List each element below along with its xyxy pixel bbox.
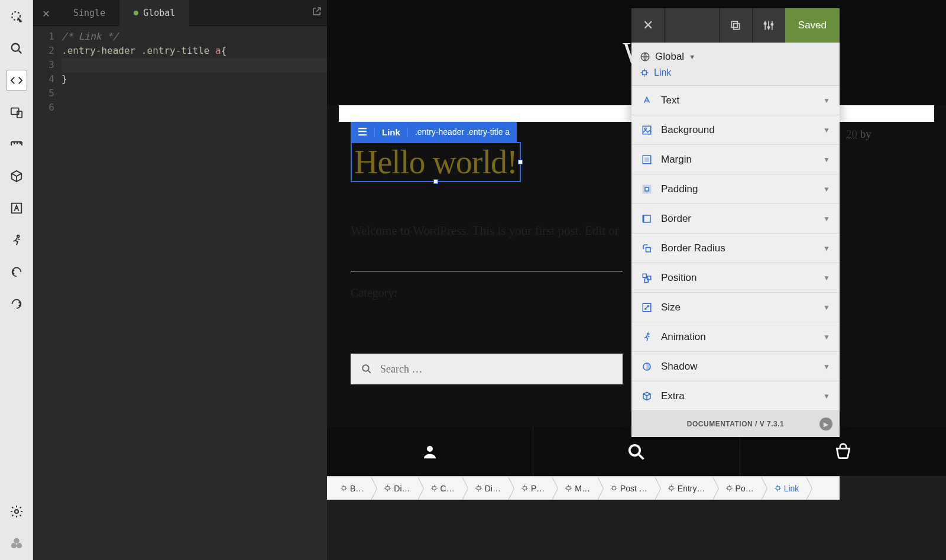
inspector-section-text[interactable]: Text▼	[631, 86, 840, 115]
svg-point-10	[14, 538, 19, 543]
inspector-section-radius[interactable]: Border Radius▼	[631, 234, 840, 263]
svg-rect-85	[645, 187, 649, 191]
target-small-icon	[640, 68, 649, 77]
detach-icon[interactable]	[312, 6, 322, 17]
inspector-section-shadow[interactable]: Shadow▼	[631, 352, 840, 381]
section-label: Size	[661, 302, 681, 313]
section-label: Animation	[661, 331, 706, 343]
radius-icon	[641, 243, 653, 254]
breadcrumb-item[interactable]: C…	[417, 477, 462, 500]
svg-rect-88	[646, 247, 651, 252]
editor-body[interactable]: 123456 /* Link */.entry-header .entry-ti…	[33, 26, 327, 115]
redo-icon[interactable]	[6, 293, 27, 315]
animation-icon	[641, 332, 653, 342]
category-link[interactable]: Uncategorized	[400, 286, 473, 299]
footer-user-icon[interactable]	[327, 427, 533, 476]
background-icon	[641, 125, 653, 135]
breadcrumb-item[interactable]: Di…	[462, 477, 508, 500]
size-icon	[641, 302, 653, 313]
text-icon	[641, 95, 653, 106]
border-icon	[641, 213, 653, 224]
search-icon[interactable]	[6, 38, 27, 59]
undo-icon[interactable]	[6, 261, 27, 283]
scope-global-row[interactable]: Global ▼	[640, 48, 831, 65]
extra-icon	[641, 391, 653, 402]
svg-rect-16	[342, 487, 345, 490]
tab-single[interactable]: Single	[59, 0, 119, 26]
svg-point-73	[771, 24, 773, 25]
breadcrumb-item[interactable]: P…	[508, 477, 552, 500]
close-inspector-button[interactable]: ✕	[631, 8, 665, 43]
svg-rect-89	[643, 274, 646, 277]
section-label: Text	[661, 95, 679, 106]
post-date-fragment[interactable]: 20	[846, 128, 857, 140]
search-box[interactable]	[351, 354, 623, 384]
saved-button[interactable]: Saved	[785, 8, 840, 43]
section-label: Border	[661, 213, 691, 225]
chevron-down-icon: ▼	[823, 185, 830, 193]
inspector-toolbar: ✕ Saved	[631, 8, 840, 43]
resize-handle-right[interactable]	[518, 160, 523, 164]
modules-icon[interactable]	[6, 533, 27, 554]
sliders-icon[interactable]	[752, 8, 785, 43]
post-headline-link[interactable]: Hello world!	[352, 143, 520, 181]
svg-point-14	[630, 445, 640, 455]
ruler-icon[interactable]	[6, 134, 27, 155]
devices-icon[interactable]	[6, 102, 27, 123]
section-label: Padding	[661, 183, 698, 195]
inspector-section-padding[interactable]: Padding▼	[631, 174, 840, 204]
inspector-scope: Global ▼ Link	[631, 43, 840, 86]
svg-point-81	[644, 128, 646, 130]
chevron-down-icon: ▼	[823, 244, 830, 253]
svg-rect-66	[734, 24, 740, 30]
inspector-section-border[interactable]: Border▼	[631, 204, 840, 234]
svg-point-93	[647, 333, 649, 335]
breadcrumb-item[interactable]: Di…	[371, 477, 417, 500]
cube-icon[interactable]	[6, 166, 27, 187]
chevron-down-icon: ▼	[823, 274, 830, 282]
inspector-section-list: Text▼Background▼Margin▼Padding▼Border▼Bo…	[631, 86, 840, 411]
svg-point-6	[17, 235, 19, 238]
code-icon[interactable]	[6, 70, 27, 91]
breadcrumb-item[interactable]: Entry…	[655, 477, 712, 500]
scope-element-row[interactable]: Link	[640, 65, 831, 83]
chevron-down-icon: ▼	[823, 126, 830, 134]
svg-rect-83	[645, 158, 649, 161]
globe-icon	[640, 51, 650, 62]
inspector-section-size[interactable]: Size▼	[631, 293, 840, 322]
inspector-section-position[interactable]: Position▼	[631, 263, 840, 293]
close-editor-button[interactable]: ✕	[33, 6, 59, 20]
editor-tab-bar: ✕ Single Global	[33, 0, 327, 26]
svg-point-72	[768, 27, 770, 28]
target-icon[interactable]	[6, 6, 27, 27]
breadcrumb-item[interactable]: M…	[552, 477, 597, 500]
breadcrumb-item[interactable]: Post …	[597, 477, 655, 500]
breadcrumb-item[interactable]: Link	[761, 477, 806, 500]
copy-style-icon[interactable]	[719, 8, 752, 43]
search-icon	[361, 364, 372, 374]
animation-runner-icon[interactable]	[6, 229, 27, 251]
code-content[interactable]: /* Link */.entry-header .entry-title a{ …	[61, 30, 327, 115]
section-label: Position	[661, 272, 696, 284]
post-category: Category: Uncategorized	[351, 286, 473, 300]
hamburger-icon[interactable]: ☰	[351, 125, 374, 138]
inspector-section-margin[interactable]: Margin▼	[631, 145, 840, 174]
tab-global[interactable]: Global	[119, 0, 189, 26]
padding-icon	[641, 184, 653, 195]
breadcrumb-item[interactable]: Po…	[712, 477, 761, 500]
resize-handle-bottom[interactable]	[433, 179, 438, 184]
settings-icon[interactable]	[6, 501, 27, 522]
font-box-icon[interactable]	[6, 198, 27, 219]
search-input[interactable]	[380, 363, 612, 376]
svg-point-8	[11, 543, 16, 548]
play-icon[interactable]: ▶	[819, 417, 832, 430]
svg-rect-56	[727, 487, 730, 490]
breadcrumb-item[interactable]: B…	[327, 477, 371, 500]
selected-element-outline[interactable]: Hello world!	[351, 142, 521, 182]
selection-label[interactable]: ☰ Link .entry-header .entry-title a	[351, 122, 517, 142]
svg-point-7	[15, 510, 18, 513]
inspector-section-background[interactable]: Background▼	[631, 115, 840, 145]
svg-line-12	[368, 371, 371, 373]
inspector-section-animation[interactable]: Animation▼	[631, 322, 840, 352]
inspector-section-extra[interactable]: Extra▼	[631, 381, 840, 411]
